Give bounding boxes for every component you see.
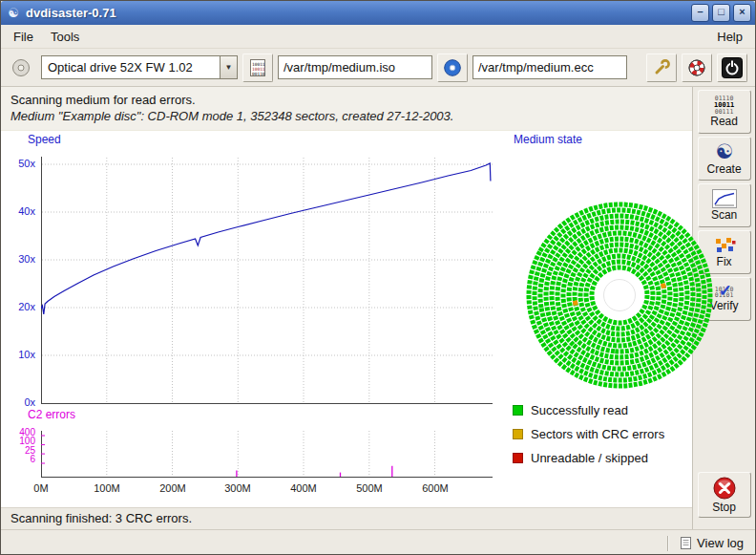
speed-ytick-30x: 30x	[1, 253, 35, 266]
menu-help[interactable]: Help	[708, 27, 751, 47]
legend-unreadable: Unreadable / skipped	[513, 451, 648, 464]
stop-button[interactable]: Stop	[698, 472, 751, 518]
read-button[interactable]: 01110 10011 00111 Read	[698, 90, 751, 134]
xtick-300M: 300M	[217, 482, 259, 494]
menu-tools[interactable]: Tools	[42, 27, 88, 47]
titlebar[interactable]: ☯ dvdisaster-0.71 – □ ×	[1, 1, 755, 25]
c2-chart-title: C2 errors	[28, 408, 75, 421]
speed-ytick-40x: 40x	[1, 205, 35, 218]
wrench-icon	[652, 58, 671, 77]
stop-icon	[712, 476, 737, 501]
drive-select-value: Optical drive 52X FW 1.02	[42, 56, 220, 78]
app-icon[interactable]: ☯	[5, 5, 22, 22]
statusbar: View log	[1, 529, 755, 555]
speed-ytick-20x: 20x	[1, 301, 35, 313]
legend-success: Successfully read	[513, 403, 628, 416]
medium-state-disc	[524, 200, 715, 391]
read-icon: 01110 10011 00111	[714, 96, 734, 115]
red-square-icon	[513, 453, 523, 463]
preferences-button[interactable]	[646, 53, 677, 82]
drive-icon	[9, 55, 33, 80]
svg-text:00110: 00110	[252, 71, 265, 75]
lifebelt-icon	[687, 58, 706, 77]
menu-file[interactable]: File	[5, 27, 42, 47]
window-title: dvdisaster-0.71	[26, 6, 688, 20]
yin-yang-icon: ☯	[715, 141, 733, 162]
c2-ytick-6: 6	[1, 455, 35, 464]
create-button[interactable]: ☯ Create	[698, 137, 751, 181]
xtick-100M: 100M	[86, 482, 128, 494]
iso-file-button[interactable]: 10011 10011 00110	[242, 53, 273, 82]
app-window: ☯ dvdisaster-0.71 – □ × File Tools Help …	[0, 0, 756, 555]
yellow-square-icon	[513, 429, 523, 439]
ecc-path-input[interactable]	[472, 55, 627, 79]
menubar: File Tools Help	[1, 25, 755, 49]
fix-sectors-icon	[713, 236, 736, 255]
minimize-button[interactable]: –	[691, 4, 709, 22]
speed-chart	[41, 152, 494, 408]
chevron-down-icon: ▼	[220, 56, 237, 78]
scan-curve-icon	[712, 189, 737, 208]
xtick-400M: 400M	[283, 482, 325, 494]
speed-ytick-50x: 50x	[1, 158, 35, 170]
speed-chart-title: Speed	[28, 133, 61, 146]
xtick-0M: 0M	[20, 482, 62, 494]
statusbar-divider	[667, 536, 669, 551]
check-icon: ✓	[719, 281, 732, 301]
scan-status-line: Scanning medium for read errors.	[10, 92, 682, 108]
log-document-icon	[680, 537, 692, 549]
speed-ytick-10x: 10x	[1, 349, 35, 361]
main-panel: Scanning medium for read errors. Medium …	[1, 87, 692, 529]
verify-icon: 10110 01101 ✓	[715, 287, 734, 299]
xtick-200M: 200M	[152, 482, 194, 494]
ecc-disc-icon	[443, 58, 462, 77]
iso-path-input[interactable]	[278, 55, 432, 79]
maximize-button[interactable]: □	[712, 4, 730, 22]
power-icon	[722, 57, 743, 78]
drive-select[interactable]: Optical drive 52X FW 1.02 ▼	[41, 55, 238, 79]
xtick-600M: 600M	[414, 482, 456, 494]
view-log-button[interactable]: View log	[676, 534, 747, 552]
help-button[interactable]	[682, 53, 712, 82]
content-area: Scanning medium for read errors. Medium …	[1, 87, 755, 529]
scan-result-message: Scanning finished: 3 CRC errors.	[1, 507, 692, 529]
quit-button[interactable]	[717, 53, 747, 82]
close-button[interactable]: ×	[733, 4, 751, 22]
c2-errors-chart	[41, 429, 494, 482]
green-square-icon	[513, 405, 523, 416]
legend-crc-errors: Sectors with CRC errors	[513, 427, 664, 440]
xtick-500M: 500M	[348, 482, 390, 494]
scan-status-area: Scanning medium for read errors. Medium …	[1, 87, 692, 131]
medium-info-line: Medium "Example disc": CD-ROM mode 1, 35…	[10, 108, 682, 124]
ecc-file-button[interactable]	[437, 53, 468, 82]
toolbar: Optical drive 52X FW 1.02 ▼ 10011 10011 …	[1, 49, 755, 87]
binary-file-icon: 10011 10011 00110	[248, 58, 267, 77]
medium-state-title: Medium state	[514, 133, 582, 146]
